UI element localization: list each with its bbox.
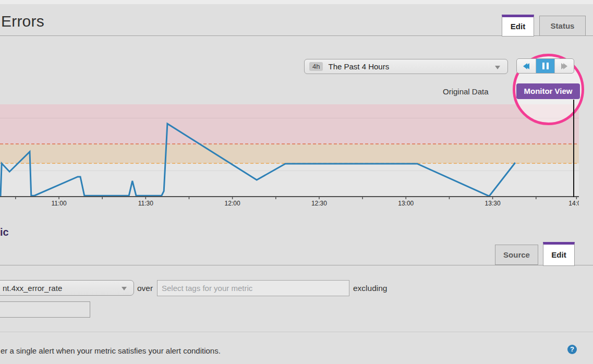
metric-name-value: nt.4xx_error_rate bbox=[3, 284, 62, 293]
metric-timeseries-chart[interactable]: 11:0011:3012:0012:3013:0013:3014:00 bbox=[0, 104, 579, 209]
top-strip bbox=[0, 0, 593, 4]
playback-controls bbox=[516, 58, 574, 74]
chevron-down-icon bbox=[122, 287, 127, 290]
time-range-badge: 4h bbox=[309, 62, 323, 71]
pause-icon bbox=[542, 63, 544, 69]
time-range-label: The Past 4 Hours bbox=[328, 62, 389, 71]
tags-input[interactable] bbox=[157, 280, 349, 296]
tab-metric-edit[interactable]: Edit bbox=[543, 242, 575, 266]
svg-text:12:30: 12:30 bbox=[311, 200, 327, 207]
fast-forward-icon bbox=[563, 63, 567, 69]
time-range-selector[interactable]: 4h The Past 4 Hours bbox=[304, 59, 508, 74]
footer-divider bbox=[0, 332, 593, 332]
tab-edit[interactable]: Edit bbox=[502, 15, 534, 37]
svg-text:11:30: 11:30 bbox=[138, 200, 153, 207]
original-data-label: Original Data bbox=[443, 87, 489, 96]
pause-icon bbox=[547, 63, 549, 69]
tab-source[interactable]: Source bbox=[495, 245, 538, 265]
help-icon[interactable]: ? bbox=[567, 345, 577, 354]
page-title: Errors bbox=[1, 13, 44, 30]
rewind-button[interactable] bbox=[517, 59, 536, 73]
over-label: over bbox=[137, 284, 153, 293]
svg-text:12:00: 12:00 bbox=[225, 200, 240, 207]
metric-section-divider bbox=[0, 265, 593, 265]
svg-text:14:00: 14:00 bbox=[568, 200, 579, 207]
pause-button[interactable] bbox=[536, 59, 555, 73]
excluding-tags-input[interactable] bbox=[0, 301, 90, 318]
alert-condition-text: er a single alert when your metric satis… bbox=[1, 346, 221, 355]
svg-text:13:30: 13:30 bbox=[485, 200, 501, 207]
excluding-label: excluding bbox=[353, 284, 388, 293]
svg-text:11:00: 11:00 bbox=[51, 200, 66, 207]
svg-text:13:00: 13:00 bbox=[398, 200, 414, 207]
tab-status[interactable]: Status bbox=[539, 16, 586, 36]
monitor-view-button[interactable]: Monitor View bbox=[516, 83, 580, 99]
rewind-icon bbox=[525, 63, 529, 69]
chart-canvas: 11:0011:3012:0012:3013:0013:3014:00 bbox=[0, 104, 579, 209]
chevron-down-icon bbox=[495, 66, 500, 69]
metric-select-dropdown[interactable]: nt.4xx_error_rate bbox=[0, 280, 134, 296]
monitor-editor-page: Errors Edit Status 4h The Past 4 Hours O… bbox=[0, 0, 593, 364]
fast-forward-button[interactable] bbox=[555, 59, 574, 73]
metric-section-title: ic bbox=[0, 226, 9, 238]
chart-cursor-line bbox=[573, 100, 574, 197]
